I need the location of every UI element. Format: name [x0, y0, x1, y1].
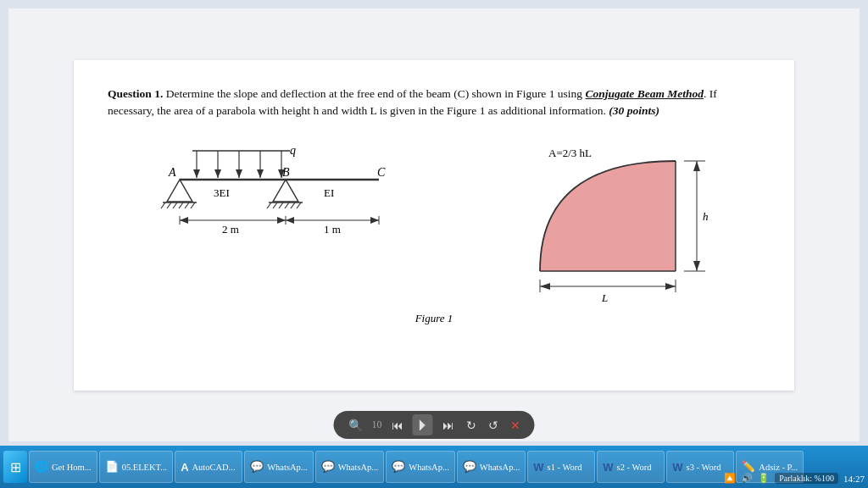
parabola-diagram-container: A=2/3 hL h	[523, 136, 760, 308]
points-label: (30 points)	[609, 104, 659, 117]
s3word-label: s3 - Word	[687, 463, 721, 472]
media-next-btn[interactable]: ⏭	[440, 417, 457, 434]
svg-marker-51	[693, 161, 700, 171]
svg-text:C: C	[377, 166, 386, 179]
media-prev-btn[interactable]: ⏮	[389, 417, 406, 434]
tray-icon-1: 🔼	[724, 473, 736, 484]
start-button[interactable]: ⊞	[3, 451, 27, 483]
taskbar-btn-autocad[interactable]: A AutoCAD...	[175, 451, 242, 483]
svg-text:A=2/3 hL: A=2/3 hL	[548, 147, 592, 159]
brightness-badge: Parlaklık: %100	[775, 473, 838, 484]
svg-line-29	[297, 202, 301, 208]
clock-time: 14:27	[843, 473, 865, 485]
question-text-1: Determine the slope and deflection at th…	[163, 87, 585, 100]
taskbar-btn-whatsapp1[interactable]: 💬 WhatsAp...	[244, 451, 314, 483]
autocad-label: AutoCAD...	[192, 463, 236, 472]
whatsapp2-icon: 💬	[321, 460, 335, 474]
s1word-label: s1 - Word	[548, 463, 582, 472]
taskbar-btn-whatsapp2[interactable]: 💬 WhatsAp...	[315, 451, 385, 483]
svg-marker-7	[214, 169, 221, 178]
media-reload-btn[interactable]: ↺	[486, 417, 501, 434]
svg-line-24	[267, 202, 271, 208]
svg-text:q: q	[290, 144, 296, 157]
autocad-icon: A	[181, 461, 188, 474]
whatsapp4-icon: 💬	[463, 460, 476, 474]
svg-line-15	[161, 202, 165, 208]
elekt-label: 05.ELEKT...	[122, 463, 167, 472]
svg-text:1 m: 1 m	[324, 223, 341, 236]
taskbar-btn-whatsapp4[interactable]: 💬 WhatsAp...	[457, 451, 526, 483]
media-close-btn[interactable]: ✕	[508, 417, 523, 434]
elekt-icon: 📄	[105, 460, 119, 474]
s3word-icon: W	[672, 461, 682, 474]
get-home-label: Get Hom...	[52, 463, 92, 472]
taskbar-btn-s2word[interactable]: W s2 - Word	[597, 451, 665, 483]
svg-line-19	[185, 202, 189, 208]
svg-line-16	[167, 202, 171, 208]
svg-line-26	[279, 202, 283, 208]
system-tray: 🔼 🔊 🔋 Parlaklık: %100 14:27	[724, 473, 865, 485]
svg-line-20	[191, 202, 195, 208]
whatsapp4-label: WhatsAp...	[480, 463, 520, 472]
svg-marker-43	[370, 217, 379, 224]
adsiz-icon: ✏️	[742, 460, 755, 474]
svg-marker-13	[167, 180, 192, 202]
method-name: Conjugate Beam Method	[586, 87, 704, 100]
taskbar-btn-whatsapp3[interactable]: 💬 WhatsAp...	[386, 451, 455, 483]
svg-text:L: L	[601, 291, 608, 304]
get-home-icon: 🌐	[35, 460, 48, 474]
start-icon: ⊞	[10, 459, 21, 475]
taskbar-btn-05elekt[interactable]: 📄 05.ELEKT...	[99, 451, 173, 483]
svg-marker-57	[540, 283, 550, 290]
tray-time: 14:27	[843, 473, 865, 485]
media-controls-bar: 🔍 10 ⏮ ⏵ ⏭ ↻ ↺ ✕	[334, 411, 535, 439]
whatsapp2-label: WhatsAp...	[338, 463, 379, 472]
svg-text:EI: EI	[324, 186, 334, 199]
s2word-label: s2 - Word	[617, 463, 652, 472]
svg-line-17	[173, 202, 177, 208]
svg-line-25	[273, 202, 277, 208]
svg-text:B: B	[282, 166, 290, 179]
svg-marker-6	[193, 169, 200, 178]
svg-line-28	[291, 202, 295, 208]
taskbar-btn-get-home[interactable]: 🌐 Get Hom...	[29, 451, 97, 483]
beam-diagram-container: q	[108, 136, 464, 308]
parabola-diagram-svg: A=2/3 hL h	[523, 136, 760, 305]
media-play-btn[interactable]: ⏵	[413, 414, 433, 435]
figure-caption: Figure 1	[108, 312, 760, 325]
adsiz-label: Adsiz - P...	[759, 463, 798, 472]
svg-line-27	[285, 202, 289, 208]
svg-marker-22	[273, 180, 298, 202]
svg-text:3EI: 3EI	[214, 186, 230, 199]
beam-diagram-svg: q	[108, 136, 464, 305]
tray-icon-2: 🔊	[741, 473, 753, 484]
whatsapp1-label: WhatsAp...	[267, 463, 308, 472]
taskbar: ⊞ 🌐 Get Hom... 📄 05.ELEKT... A AutoCAD..…	[0, 446, 868, 488]
svg-line-18	[179, 202, 183, 208]
whatsapp3-label: WhatsAp...	[409, 463, 449, 472]
main-content: Question 1. Determine the slope and defl…	[8, 8, 860, 441]
svg-text:A: A	[168, 166, 176, 179]
question-text: Question 1. Determine the slope and defl…	[108, 86, 760, 121]
media-refresh-btn[interactable]: ↻	[464, 417, 479, 434]
diagram-area: q	[108, 136, 760, 308]
s1word-icon: W	[533, 461, 543, 474]
whatsapp3-icon: 💬	[392, 460, 405, 474]
svg-marker-9	[257, 169, 264, 178]
document-page: Question 1. Determine the slope and defl…	[74, 60, 794, 391]
svg-marker-42	[286, 217, 294, 224]
svg-marker-52	[693, 261, 700, 271]
svg-text:h: h	[703, 210, 709, 223]
svg-marker-38	[277, 217, 286, 224]
svg-marker-37	[180, 217, 188, 224]
question-number: Question 1.	[108, 87, 163, 100]
media-search-btn[interactable]: 🔍	[346, 417, 365, 434]
taskbar-btn-s1word[interactable]: W s1 - Word	[527, 451, 595, 483]
whatsapp1-icon: 💬	[250, 460, 264, 474]
svg-marker-8	[236, 169, 242, 178]
svg-marker-58	[665, 283, 676, 290]
tray-icon-3: 🔋	[758, 473, 770, 484]
s2word-icon: W	[603, 461, 613, 474]
svg-text:2 m: 2 m	[222, 223, 239, 236]
